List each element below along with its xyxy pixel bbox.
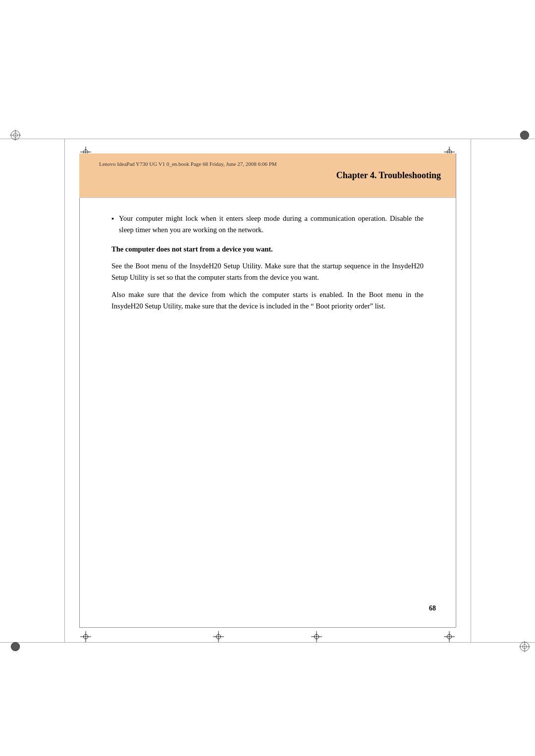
section-heading: The computer does not start from a devic…: [111, 244, 424, 255]
outer-guide-right: [471, 139, 471, 642]
bullet-text-sleep: Your computer might lock when it enters …: [119, 213, 424, 236]
border-bottom: [79, 627, 456, 628]
svg-point-12: [11, 642, 20, 651]
reg-mark-bc-right: [311, 631, 322, 642]
svg-point-11: [520, 131, 529, 140]
page: Chapter 4. Troubleshooting Lenovo IdeaPa…: [0, 0, 535, 756]
chapter-header: Chapter 4. Troubleshooting: [79, 153, 456, 198]
paragraph-2: Also make sure that the device from whic…: [111, 289, 424, 312]
reg-mark-bl-outer: [10, 641, 21, 652]
reg-mark-bc-left: [213, 631, 224, 642]
chapter-title: Chapter 4. Troubleshooting: [336, 170, 441, 181]
outer-guide-left: [64, 139, 65, 642]
main-content: ▪ Your computer might lock when it enter…: [111, 213, 424, 318]
reg-mark-bl-inner: [80, 631, 91, 642]
paragraph-1: See the Boot menu of the InsydeH20 Setup…: [111, 260, 424, 283]
bullet-symbol: ▪: [111, 213, 114, 224]
reg-mark-br-inner: [444, 631, 455, 642]
reg-mark-br-outer: [519, 641, 530, 652]
bullet-item-sleep: ▪ Your computer might lock when it enter…: [111, 213, 424, 236]
metadata-line: Lenovo IdeaPad Y730 UG V1 0_en.book Page…: [99, 161, 277, 167]
reg-mark-tr-outer: [519, 130, 530, 141]
border-right: [456, 153, 456, 627]
border-left: [79, 153, 80, 627]
reg-mark-tl-outer: [10, 130, 21, 141]
page-number: 68: [429, 605, 436, 612]
outer-guide-top: [0, 139, 535, 139]
